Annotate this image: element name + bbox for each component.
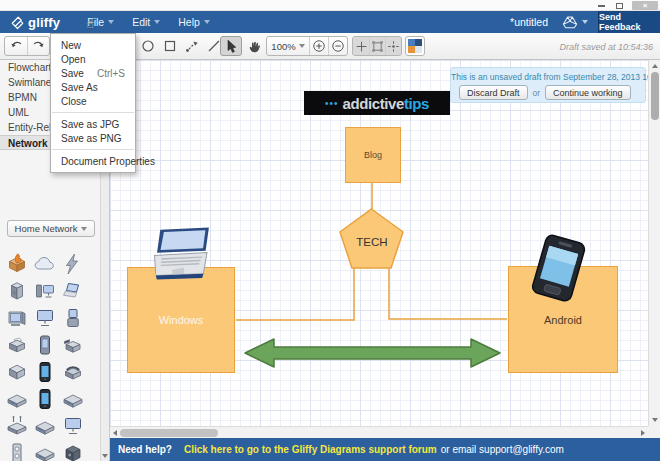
grid-toggle-button[interactable]	[369, 37, 385, 55]
guides-toggle-button[interactable]	[353, 37, 369, 55]
canvas-horizontal-scrollbar[interactable]	[110, 426, 648, 438]
shape-workstation[interactable]	[31, 277, 59, 304]
transfer-arrow-shape[interactable]	[245, 339, 500, 367]
smartphone-icon	[33, 360, 57, 384]
continue-working-button[interactable]: Continue working	[545, 85, 631, 100]
connector-tech-windows[interactable]	[236, 264, 354, 320]
file-menu-item-save-as[interactable]: Save As	[51, 80, 135, 94]
snap-toggle-button[interactable]	[385, 37, 401, 55]
file-menu-item-close[interactable]: Close	[51, 94, 135, 108]
shape-modem[interactable]	[59, 385, 87, 412]
shape-lightning[interactable]	[59, 250, 87, 277]
header-menus: FileEditHelp	[78, 13, 219, 31]
draft-notice-message: This is an unsaved draft from September …	[451, 72, 645, 82]
shape-docking-station[interactable]	[59, 412, 87, 439]
shape-crt-monitor[interactable]	[3, 304, 31, 331]
shape-smartphone[interactable]	[31, 358, 59, 385]
shape-firewall[interactable]	[3, 250, 31, 277]
shape-speaker[interactable]	[59, 439, 87, 461]
minimize-icon	[598, 5, 605, 7]
file-menu-item-save-as-png[interactable]: Save as PNG	[51, 131, 135, 145]
shape-power-strip[interactable]	[3, 439, 31, 461]
shape-external-drive[interactable]	[3, 358, 31, 385]
redo-button[interactable]	[27, 37, 49, 55]
draft-status-text: Draft saved at 10:54:36	[559, 42, 653, 52]
canvas-vertical-scrollbar[interactable]	[648, 60, 660, 426]
shape-hub[interactable]	[3, 385, 31, 412]
mouse-hand-pointer-icon: ☝	[86, 16, 94, 31]
close-button[interactable]: ×	[632, 1, 658, 10]
shape-fax[interactable]	[59, 331, 87, 358]
maximize-button[interactable]	[612, 1, 626, 10]
shape-switch[interactable]	[31, 412, 59, 439]
workstation-icon	[33, 279, 57, 303]
shape-wireless-router[interactable]	[3, 412, 31, 439]
logo-text-accent: tips	[404, 95, 429, 112]
chevron-down-icon	[81, 227, 87, 231]
zoom-level-select[interactable]: 100%	[267, 37, 309, 55]
help-footer: Need help? Click here to go to the Gliff…	[110, 438, 660, 461]
docking-station-icon	[61, 414, 85, 438]
snap-icon	[387, 40, 400, 53]
shape-lcd-monitor[interactable]	[31, 304, 59, 331]
send-feedback-button[interactable]: Send Feedback	[598, 11, 660, 33]
file-menu-item-save[interactable]: SaveCtrl+S	[51, 66, 135, 80]
undo-redo-group	[4, 36, 50, 56]
rectangle-tool-button[interactable]	[159, 36, 180, 56]
connector-icon	[184, 38, 200, 54]
external-drive-icon	[5, 360, 29, 384]
logo-dots: •••	[325, 98, 339, 109]
redo-icon	[31, 39, 46, 54]
undo-icon	[9, 39, 24, 54]
chevron-down-icon	[582, 20, 588, 24]
blog-node[interactable]: Blog	[345, 127, 401, 183]
vertical-scroll-thumb[interactable]	[651, 72, 659, 120]
cloud-icon	[33, 252, 57, 276]
file-menu-item-open[interactable]: Open	[51, 52, 135, 66]
handheld-icon	[33, 333, 57, 357]
app-header: gliffy FileEditHelp *untitled Send Feedb…	[0, 11, 660, 33]
ellipse-tool-button[interactable]	[137, 36, 158, 56]
scroll-down-icon	[102, 454, 108, 458]
shape-group-dropdown[interactable]: Home Network	[7, 220, 95, 237]
shape-flip-phone[interactable]	[59, 304, 87, 331]
server-icon	[5, 279, 29, 303]
undo-button[interactable]	[5, 37, 27, 55]
shape-printer[interactable]	[3, 331, 31, 358]
shape-rack-unit[interactable]	[31, 439, 59, 461]
shape-touch-phone[interactable]	[31, 385, 59, 412]
speaker-icon	[61, 441, 85, 461]
connector-tool-button[interactable]	[181, 36, 202, 56]
shape-group-label: Home Network	[15, 223, 78, 234]
zoom-out-button[interactable]	[328, 37, 347, 55]
file-menu-item-save-as-jpg[interactable]: Save as JPG	[51, 117, 135, 131]
support-email[interactable]: support@gliffy.com	[479, 444, 564, 455]
file-menu-item-new[interactable]: New	[51, 38, 135, 52]
menu-file[interactable]: File	[78, 13, 123, 31]
shape-desk-phone[interactable]	[59, 358, 87, 385]
horizontal-scroll-thumb[interactable]	[120, 429, 218, 437]
shape-handheld[interactable]	[31, 331, 59, 358]
menu-help[interactable]: Help	[169, 13, 219, 31]
zoom-level-value: 100%	[271, 41, 295, 52]
shape-server[interactable]	[3, 277, 31, 304]
blog-node-label: Blog	[364, 150, 382, 160]
connector-tech-android[interactable]	[389, 264, 507, 319]
select-tool-button[interactable]	[220, 36, 242, 56]
support-forum-link[interactable]: Click here to go to the Gliffy Diagrams …	[184, 444, 437, 455]
shape-cloud[interactable]	[31, 250, 59, 277]
shape-laptop[interactable]	[59, 277, 87, 304]
zoom-in-button[interactable]	[309, 37, 328, 55]
google-drive-button[interactable]	[562, 15, 588, 29]
printer-icon	[5, 333, 29, 357]
discard-draft-button[interactable]: Discard Draft	[459, 85, 528, 100]
diagram-canvas[interactable]: Blog Windows Android TECH ••	[110, 60, 648, 426]
modem-icon	[61, 387, 85, 411]
minimize-button[interactable]	[594, 1, 608, 10]
scrollbar-corner	[648, 426, 660, 438]
theme-colors-button[interactable]	[405, 36, 425, 56]
file-menu-item-document-properties[interactable]: Document Properties	[51, 154, 135, 168]
menu-edit[interactable]: Edit	[123, 13, 169, 31]
or-email-label: or email	[441, 444, 477, 455]
pan-tool-button[interactable]	[243, 36, 265, 56]
